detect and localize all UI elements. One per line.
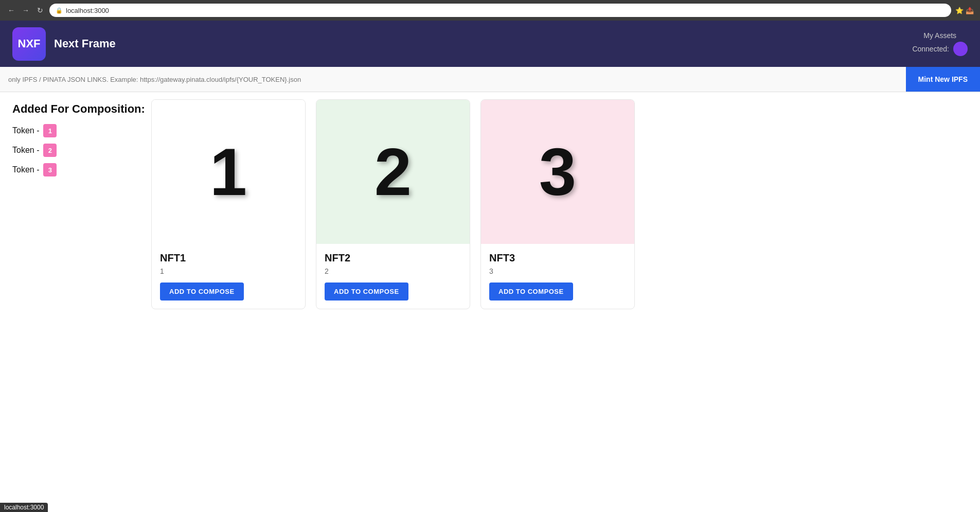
- my-assets-label: My Assets: [912, 31, 968, 40]
- nft-display-number: 3: [539, 133, 576, 210]
- connected-row: Connected:: [912, 42, 968, 56]
- nft-token-id: 3: [489, 267, 626, 275]
- token-label: Token -: [12, 126, 39, 135]
- token-badge: 1: [43, 124, 57, 137]
- url-bar[interactable]: 🔒 localhost:3000: [49, 4, 951, 17]
- status-bar: localhost:3000: [0, 503, 48, 512]
- nft-name: NFT3: [489, 252, 626, 264]
- nft-card-body: NFT2 2 ADD TO COMPOSE: [316, 244, 470, 309]
- token-badge: 3: [43, 163, 57, 176]
- ipfs-input[interactable]: [0, 69, 906, 90]
- nft-name: NFT1: [160, 252, 297, 264]
- nft-image: 2: [316, 100, 470, 244]
- nft-display-number: 1: [210, 133, 247, 210]
- status-url: localhost:3000: [4, 504, 44, 511]
- connected-label: Connected:: [912, 45, 949, 53]
- header-right: My Assets Connected:: [912, 31, 968, 56]
- url-text: localhost:3000: [66, 7, 109, 14]
- back-button[interactable]: ←: [6, 5, 16, 15]
- app-header: NXF Next Frame My Assets Connected:: [0, 21, 980, 67]
- nft-card-body: NFT1 1 ADD TO COMPOSE: [152, 244, 305, 309]
- nft-card: 3 NFT3 3 ADD TO COMPOSE: [480, 99, 635, 309]
- main-content: Added For Composition: Token - 1 Token -…: [0, 92, 980, 320]
- add-to-compose-button[interactable]: ADD TO COMPOSE: [160, 283, 244, 301]
- app-logo: NXF: [12, 27, 46, 61]
- forward-button[interactable]: →: [21, 5, 31, 15]
- nft-name: NFT2: [325, 252, 461, 264]
- browser-actions: ⭐📤: [955, 7, 974, 14]
- nft-card: 1 NFT1 1 ADD TO COMPOSE: [151, 99, 306, 309]
- nft-token-id: 2: [325, 267, 461, 275]
- ipfs-input-row: Mint New IPFS: [0, 67, 980, 92]
- mint-button[interactable]: Mint New IPFS: [906, 67, 980, 92]
- token-badge: 2: [43, 144, 57, 157]
- nft-grid: 1 NFT1 1 ADD TO COMPOSE 2 NFT2 2 ADD TO …: [151, 99, 968, 309]
- nft-image: 3: [481, 100, 634, 244]
- brand: NXF Next Frame: [12, 27, 116, 61]
- nft-card-body: NFT3 3 ADD TO COMPOSE: [481, 244, 634, 309]
- nft-display-number: 2: [375, 133, 412, 210]
- lock-icon: 🔒: [56, 7, 63, 14]
- connected-indicator: [953, 42, 968, 56]
- browser-chrome: ← → ↻ 🔒 localhost:3000 ⭐📤: [0, 0, 980, 21]
- brand-name: Next Frame: [54, 37, 116, 50]
- nft-token-id: 1: [160, 267, 297, 275]
- nft-image: 1: [152, 100, 305, 244]
- nft-card: 2 NFT2 2 ADD TO COMPOSE: [316, 99, 470, 309]
- token-label: Token -: [12, 165, 39, 174]
- add-to-compose-button[interactable]: ADD TO COMPOSE: [325, 283, 408, 301]
- refresh-button[interactable]: ↻: [35, 5, 45, 15]
- token-label: Token -: [12, 146, 39, 155]
- add-to-compose-button[interactable]: ADD TO COMPOSE: [489, 283, 573, 301]
